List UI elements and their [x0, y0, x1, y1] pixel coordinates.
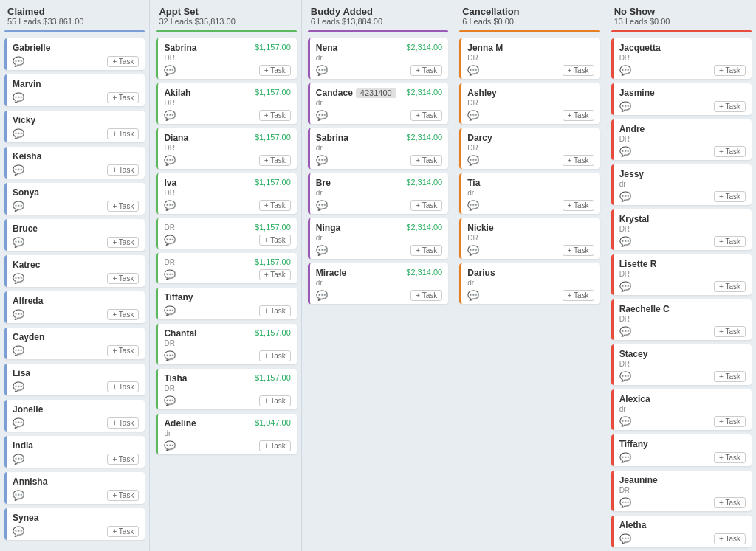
card[interactable]: Dariusdr💬+ Task — [459, 263, 599, 304]
task-button[interactable]: + Task — [563, 245, 594, 256]
task-button[interactable]: + Task — [259, 155, 291, 166]
card[interactable]: Alexicadr💬+ Task — [611, 389, 752, 430]
task-button[interactable]: + Task — [714, 371, 746, 382]
task-button[interactable]: + Task — [107, 201, 139, 212]
chat-icon[interactable]: 💬 — [467, 110, 479, 121]
card[interactable]: JacquettaDR💬+ Task — [611, 38, 752, 79]
chat-icon[interactable]: 💬 — [164, 350, 176, 361]
card[interactable]: Vicky💬+ Task — [4, 111, 145, 142]
chat-icon[interactable]: 💬 — [13, 237, 24, 248]
task-button[interactable]: + Task — [714, 416, 746, 427]
card[interactable]: AshleyDR💬+ Task — [459, 83, 599, 124]
card[interactable]: Sabrinadr$2,314.00💬+ Task — [308, 128, 448, 169]
card[interactable]: StaceyDR💬+ Task — [611, 344, 752, 385]
task-button[interactable]: + Task — [259, 65, 291, 76]
card[interactable]: Adelinedr$1,047.00💬+ Task — [156, 414, 296, 454]
chat-icon[interactable]: 💬 — [619, 416, 631, 427]
card[interactable]: Tiffany💬+ Task — [611, 434, 752, 466]
task-button[interactable]: + Task — [107, 526, 139, 537]
chat-icon[interactable]: 💬 — [13, 201, 24, 212]
chat-icon[interactable]: 💬 — [164, 395, 176, 406]
task-button[interactable]: + Task — [259, 200, 291, 211]
chat-icon[interactable]: 💬 — [13, 56, 24, 67]
chat-icon[interactable]: 💬 — [13, 345, 24, 356]
chat-icon[interactable]: 💬 — [164, 235, 176, 246]
card[interactable]: Tiffany💬+ Task — [156, 288, 296, 319]
chat-icon[interactable]: 💬 — [13, 526, 24, 537]
chat-icon[interactable]: 💬 — [13, 309, 24, 320]
task-button[interactable]: + Task — [259, 350, 291, 361]
card[interactable]: Candace4231400dr$2,314.00💬+ Task — [308, 83, 448, 124]
card[interactable]: Nenadr$2,314.00💬+ Task — [308, 38, 448, 79]
task-button[interactable]: + Task — [563, 155, 594, 166]
task-button[interactable]: + Task — [410, 155, 442, 166]
card[interactable]: AndreDR💬+ Task — [611, 119, 752, 160]
card[interactable]: ChantalDR$1,157.00💬+ Task — [156, 324, 296, 364]
task-button[interactable]: + Task — [107, 345, 139, 356]
card[interactable]: KrystalDR💬+ Task — [611, 209, 752, 250]
task-button[interactable]: + Task — [410, 65, 442, 76]
card[interactable]: DarcyDR💬+ Task — [459, 128, 599, 169]
task-button[interactable]: + Task — [563, 65, 594, 76]
chat-icon[interactable]: 💬 — [13, 128, 24, 139]
chat-icon[interactable]: 💬 — [164, 305, 176, 316]
chat-icon[interactable]: 💬 — [13, 92, 24, 103]
task-button[interactable]: + Task — [259, 110, 291, 121]
chat-icon[interactable]: 💬 — [13, 273, 24, 284]
card[interactable]: Jenna MDR💬+ Task — [459, 38, 599, 79]
task-button[interactable]: + Task — [714, 191, 746, 202]
card[interactable]: Keisha💬+ Task — [4, 147, 145, 179]
chat-icon[interactable]: 💬 — [467, 65, 479, 76]
card[interactable]: Jasmine💬+ Task — [611, 83, 752, 115]
chat-icon[interactable]: 💬 — [619, 191, 631, 202]
card[interactable]: Marvin💬+ Task — [4, 74, 145, 106]
chat-icon[interactable]: 💬 — [164, 110, 176, 121]
task-button[interactable]: + Task — [714, 281, 746, 292]
chat-icon[interactable]: 💬 — [13, 417, 24, 429]
chat-icon[interactable]: 💬 — [467, 290, 479, 301]
card[interactable]: Miracledr$2,314.00💬+ Task — [308, 263, 448, 304]
chat-icon[interactable]: 💬 — [619, 533, 631, 544]
task-button[interactable]: + Task — [714, 65, 746, 76]
chat-icon[interactable]: 💬 — [619, 281, 631, 292]
task-button[interactable]: + Task — [107, 417, 139, 429]
chat-icon[interactable]: 💬 — [619, 326, 631, 337]
task-button[interactable]: + Task — [563, 110, 594, 121]
chat-icon[interactable]: 💬 — [316, 290, 328, 301]
card[interactable]: Lisette RDR💬+ Task — [611, 254, 752, 295]
task-button[interactable]: + Task — [107, 454, 139, 465]
card[interactable]: Jonelle💬+ Task — [4, 400, 145, 432]
chat-icon[interactable]: 💬 — [467, 155, 479, 166]
card[interactable]: Raechelle CDR💬+ Task — [611, 299, 752, 340]
card[interactable]: Jessydr💬+ Task — [611, 164, 752, 205]
card[interactable]: DR$1,157.00💬+ Task — [156, 253, 296, 283]
task-button[interactable]: + Task — [410, 245, 442, 256]
task-button[interactable]: + Task — [259, 305, 291, 316]
chat-icon[interactable]: 💬 — [164, 440, 176, 451]
card[interactable]: Ningadr$2,314.00💬+ Task — [308, 218, 448, 259]
task-button[interactable]: + Task — [107, 237, 139, 248]
chat-icon[interactable]: 💬 — [619, 101, 631, 112]
card[interactable]: Lisa💬+ Task — [4, 364, 145, 395]
card[interactable]: India💬+ Task — [4, 436, 145, 468]
task-button[interactable]: + Task — [714, 101, 746, 112]
card[interactable]: Tiadr💬+ Task — [459, 173, 599, 214]
card[interactable]: AkilahDR$1,157.00💬+ Task — [156, 83, 296, 124]
chat-icon[interactable]: 💬 — [619, 236, 631, 247]
chat-icon[interactable]: 💬 — [164, 65, 176, 76]
task-button[interactable]: + Task — [107, 490, 139, 501]
chat-icon[interactable]: 💬 — [619, 371, 631, 382]
chat-icon[interactable]: 💬 — [13, 454, 24, 465]
task-button[interactable]: + Task — [107, 128, 139, 139]
card[interactable]: DR$1,157.00💬+ Task — [156, 218, 296, 249]
chat-icon[interactable]: 💬 — [619, 452, 631, 463]
task-button[interactable]: + Task — [714, 452, 746, 463]
task-button[interactable]: + Task — [107, 92, 139, 103]
chat-icon[interactable]: 💬 — [164, 200, 176, 211]
chat-icon[interactable]: 💬 — [619, 146, 631, 157]
task-button[interactable]: + Task — [107, 309, 139, 320]
task-button[interactable]: + Task — [714, 146, 746, 157]
chat-icon[interactable]: 💬 — [164, 155, 176, 166]
task-button[interactable]: + Task — [107, 381, 139, 392]
task-button[interactable]: + Task — [107, 56, 139, 67]
